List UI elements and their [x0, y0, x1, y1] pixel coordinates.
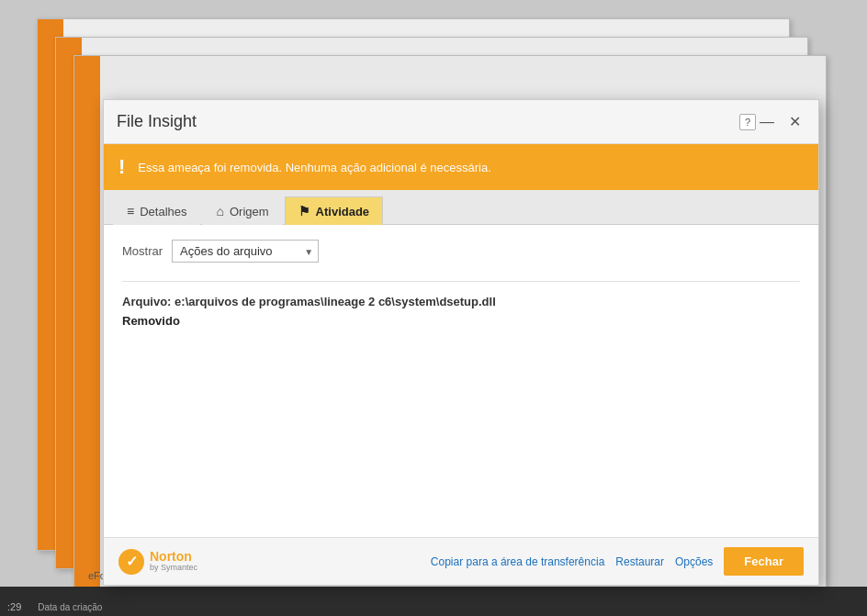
close-button[interactable]: ✕	[783, 111, 805, 133]
tab-origem-label: Origem	[230, 205, 269, 218]
mostrar-select[interactable]: Ações do arquivo Eventos de rede Todos o…	[172, 240, 319, 263]
file-status: Removido	[122, 314, 800, 328]
alert-text: Essa ameaça foi removida. Nenhuma ação a…	[138, 161, 490, 174]
footer-links: Copiar para a área de transferência Rest…	[431, 555, 714, 568]
window-controls: — ✕	[756, 111, 805, 133]
file-name: dsetup.dll	[439, 295, 495, 308]
norton-logo: ✓ Norton by Symantec	[118, 549, 197, 575]
file-path: Arquivo: e:\arquivos de programas\lineag…	[122, 295, 800, 308]
options-link[interactable]: Opções	[675, 555, 713, 568]
content-area: Mostrar Ações do arquivo Eventos de rede…	[104, 225, 818, 537]
atividade-icon: ⚑	[298, 204, 310, 218]
taskbar-items: :29 Data da criação	[7, 601, 102, 612]
tab-origem[interactable]: ⌂ Origem	[202, 196, 282, 225]
norton-checkmark-icon: ✓	[118, 549, 144, 575]
tabs-bar: ≡ Detalhes ⌂ Origem ⚑ Atividade	[104, 190, 818, 225]
taskbar-date: Data da criação	[38, 602, 102, 612]
tab-atividade-label: Atividade	[316, 205, 370, 218]
file-info-block: Arquivo: e:\arquivos de programas\lineag…	[122, 281, 800, 328]
mostrar-row: Mostrar Ações do arquivo Eventos de rede…	[122, 240, 800, 263]
help-button[interactable]: ?	[739, 114, 756, 130]
tab-detalhes[interactable]: ≡ Detalhes	[113, 196, 200, 225]
minimize-button[interactable]: —	[756, 111, 778, 133]
detalhes-icon: ≡	[127, 204, 134, 218]
norton-text: Norton by Symantec	[150, 550, 197, 573]
fechar-button[interactable]: Fechar	[724, 547, 804, 576]
file-path-prefix: e:\arquivos de programas\lineage 2 c6\sy…	[175, 295, 439, 308]
taskbar-time: :29	[7, 601, 21, 612]
alert-icon: !	[118, 155, 125, 179]
mostrar-select-wrapper[interactable]: Ações do arquivo Eventos de rede Todos o…	[172, 240, 319, 263]
norton-brand: Norton	[150, 550, 197, 564]
restore-link[interactable]: Restaurar	[615, 555, 664, 568]
tab-atividade[interactable]: ⚑ Atividade	[285, 196, 384, 225]
tab-detalhes-label: Detalhes	[140, 205, 186, 218]
copy-link[interactable]: Copiar para a área de transferência	[431, 555, 604, 568]
mostrar-label: Mostrar	[122, 244, 163, 258]
dialog-footer: ✓ Norton by Symantec Copiar para a área …	[104, 537, 818, 585]
taskbar: :29 Data da criação	[0, 587, 867, 616]
title-bar: File Insight ? — ✕	[104, 100, 818, 144]
file-label: Arquivo:	[122, 295, 171, 308]
file-insight-dialog: File Insight ? — ✕ ! Essa ameaça foi rem…	[103, 99, 819, 586]
norton-sub: by Symantec	[150, 564, 197, 573]
dialog-title: File Insight	[117, 112, 732, 131]
alert-banner: ! Essa ameaça foi removida. Nenhuma ação…	[104, 144, 818, 190]
origem-icon: ⌂	[216, 204, 223, 218]
